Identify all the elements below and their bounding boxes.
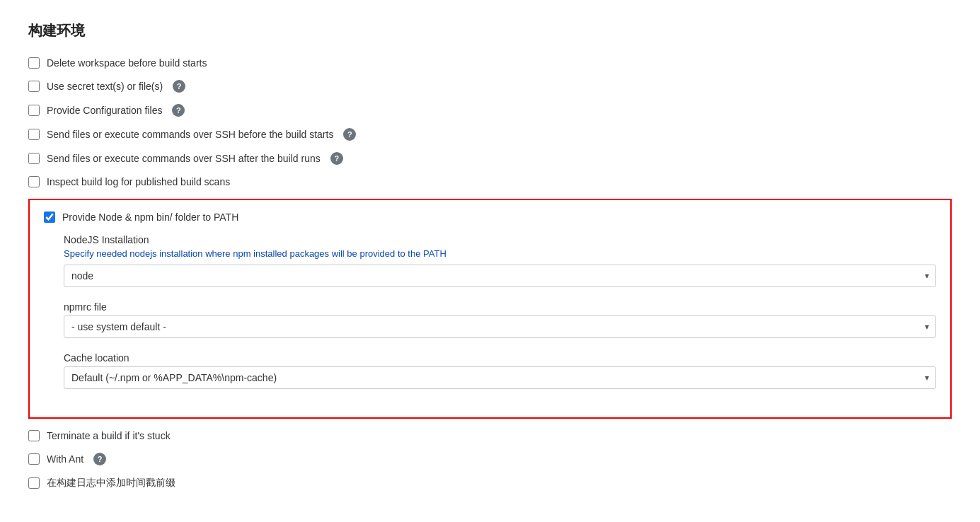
with-ant-checkbox-row: With Ant ? — [28, 453, 952, 465]
terminate-build-label: Terminate a build if it's stuck — [47, 430, 171, 441]
top-checkboxes-section: Delete workspace before build starts Use… — [28, 57, 952, 187]
npmrc-file-label: npmrc file — [64, 301, 936, 313]
checkbox-row-4: Send files or execute commands over SSH … — [28, 128, 952, 141]
page-title: 构建环境 — [28, 21, 952, 40]
highlighted-section: Provide Node & npm bin/ folder to PATH N… — [28, 199, 952, 419]
checkbox-row-2: Use secret text(s) or file(s) ? — [28, 80, 952, 93]
send-files-before-label: Send files or execute commands over SSH … — [47, 129, 333, 140]
bottom-checkboxes-section: Terminate a build if it's stuck With Ant… — [28, 430, 952, 489]
send-files-before-help-icon[interactable]: ? — [343, 128, 356, 141]
inspect-build-log-label: Inspect build log for published build sc… — [47, 176, 230, 187]
add-timestamp-checkbox[interactable] — [28, 477, 40, 489]
provide-node-checkbox-row: Provide Node & npm bin/ folder to PATH — [44, 211, 936, 223]
use-secret-help-icon[interactable]: ? — [173, 80, 185, 93]
send-files-after-label: Send files or execute commands over SSH … — [47, 153, 321, 164]
checkbox-row-6: Inspect build log for published build sc… — [28, 176, 952, 187]
nodejs-installation-hint: Specify needed nodejs installation where… — [64, 248, 936, 259]
provide-node-label: Provide Node & npm bin/ folder to PATH — [62, 211, 238, 223]
nodejs-installation-select-wrapper: node ▾ — [64, 265, 936, 287]
npmrc-file-select-wrapper: - use system default - ▾ — [64, 315, 936, 338]
with-ant-help-icon[interactable]: ? — [93, 453, 106, 465]
nodejs-installation-label: NodeJS Installation — [64, 234, 936, 245]
send-files-after-help-icon[interactable]: ? — [330, 152, 343, 165]
provide-config-help-icon[interactable]: ? — [172, 104, 185, 117]
npmrc-file-select[interactable]: - use system default - — [64, 315, 936, 338]
cache-location-select[interactable]: Default (~/.npm or %APP_DATA%\npm-cache) — [64, 366, 936, 389]
with-ant-checkbox[interactable] — [28, 453, 40, 465]
provide-node-checkbox[interactable] — [44, 211, 55, 223]
with-ant-label: With Ant — [47, 453, 83, 465]
cache-location-label: Cache location — [64, 352, 936, 364]
nodejs-installation-select[interactable]: node — [64, 265, 936, 287]
send-files-after-checkbox[interactable] — [28, 153, 40, 164]
cache-location-select-wrapper: Default (~/.npm or %APP_DATA%\npm-cache)… — [64, 366, 936, 389]
send-files-before-checkbox[interactable] — [28, 129, 40, 140]
inspect-build-log-checkbox[interactable] — [28, 176, 40, 187]
delete-workspace-label: Delete workspace before build starts — [47, 57, 207, 69]
checkbox-row-1: Delete workspace before build starts — [28, 57, 952, 69]
delete-workspace-checkbox[interactable] — [28, 57, 40, 69]
checkbox-row-3: Provide Configuration files ? — [28, 104, 952, 117]
nodejs-sub-section: NodeJS Installation Specify needed nodej… — [44, 234, 936, 389]
terminate-build-checkbox-row: Terminate a build if it's stuck — [28, 430, 952, 441]
provide-config-label: Provide Configuration files — [47, 105, 162, 116]
checkbox-row-5: Send files or execute commands over SSH … — [28, 152, 952, 165]
add-timestamp-label: 在构建日志中添加时间戳前缀 — [47, 477, 175, 489]
add-timestamp-checkbox-row: 在构建日志中添加时间戳前缀 — [28, 477, 952, 489]
terminate-build-checkbox[interactable] — [28, 430, 40, 441]
use-secret-checkbox[interactable] — [28, 81, 40, 92]
use-secret-label: Use secret text(s) or file(s) — [47, 81, 163, 92]
provide-config-checkbox[interactable] — [28, 105, 40, 116]
